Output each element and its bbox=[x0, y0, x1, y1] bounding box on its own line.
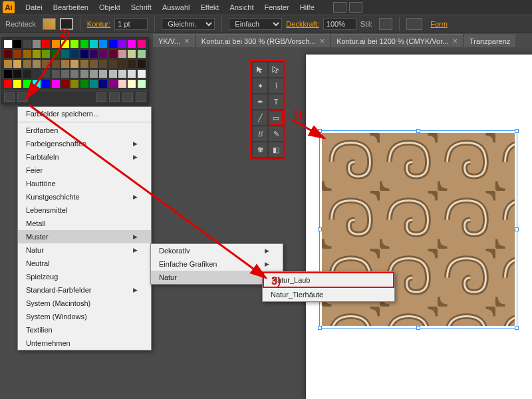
swatch-cell[interactable] bbox=[138, 40, 146, 48]
layout-icon-1[interactable] bbox=[333, 2, 346, 13]
swatch-cell[interactable] bbox=[23, 80, 31, 88]
menu-item[interactable]: System (Windows) bbox=[18, 310, 151, 323]
swatch-cell[interactable] bbox=[42, 50, 50, 58]
swatch-cell[interactable] bbox=[70, 70, 78, 78]
swatch-cell[interactable] bbox=[33, 80, 41, 88]
pencil-tool-icon[interactable]: ✎ bbox=[269, 126, 283, 141]
blob-tool-icon[interactable]: ✾ bbox=[253, 142, 267, 157]
menu-hilfe[interactable]: Hilfe bbox=[295, 1, 320, 13]
swatch-cell[interactable] bbox=[13, 40, 21, 48]
menu-item[interactable]: Lebensmittel bbox=[18, 203, 151, 217]
menu-item[interactable]: Hauttöne bbox=[18, 177, 151, 190]
swatch-cell[interactable] bbox=[90, 40, 98, 48]
menu-datei[interactable]: Datei bbox=[20, 1, 48, 13]
line-tool-icon[interactable]: ╱ bbox=[253, 110, 267, 125]
swatch-cell[interactable] bbox=[13, 70, 21, 78]
menu-item[interactable]: Standard-Farbfelder▶ bbox=[18, 283, 151, 297]
swatch-cell[interactable] bbox=[52, 80, 60, 88]
swatch-cell[interactable] bbox=[99, 60, 107, 68]
stroke-swatch[interactable] bbox=[60, 18, 73, 30]
swatch-cell[interactable] bbox=[4, 80, 12, 88]
swatch-cell[interactable] bbox=[52, 50, 60, 58]
swatch-cell[interactable] bbox=[128, 60, 136, 68]
swatch-cell[interactable] bbox=[109, 40, 117, 48]
pen-tool-icon[interactable]: ✒ bbox=[253, 94, 267, 109]
swatch-kind-icon[interactable] bbox=[17, 92, 28, 102]
swatch-cell[interactable] bbox=[128, 50, 136, 58]
menu-effekt[interactable]: Effekt bbox=[195, 1, 224, 13]
delete-swatch-icon[interactable] bbox=[136, 92, 146, 102]
menu-item[interactable]: Kunstgeschichte▶ bbox=[18, 190, 151, 203]
swatch-cell[interactable] bbox=[80, 80, 88, 88]
dash-select[interactable]: Gleichm. bbox=[162, 18, 215, 30]
type-tool-icon[interactable]: T bbox=[269, 94, 283, 109]
swatch-cell[interactable] bbox=[138, 70, 146, 78]
swatch-cell[interactable] bbox=[80, 40, 88, 48]
swatch-cell[interactable] bbox=[80, 50, 88, 58]
swatch-cell[interactable] bbox=[61, 70, 69, 78]
stroke-weight-input[interactable] bbox=[114, 18, 148, 30]
swatch-cell[interactable] bbox=[61, 50, 69, 58]
menu-item[interactable]: System (Macintosh) bbox=[18, 297, 151, 310]
tab-2[interactable]: Kontur.ai bei 1200 % (CMYK/Vor...× bbox=[331, 34, 463, 47]
menu-item[interactable]: Farbtafeln▶ bbox=[18, 150, 151, 164]
opacity-link[interactable]: Deckkraft: bbox=[286, 20, 319, 28]
tab-0[interactable]: YK/V...× bbox=[153, 34, 195, 47]
menu-item[interactable]: Natur▶ bbox=[18, 243, 151, 257]
menu-item[interactable]: Feier bbox=[18, 164, 151, 177]
menu-objekt[interactable]: Objekt bbox=[94, 1, 126, 13]
swatch-cell[interactable] bbox=[33, 60, 41, 68]
swatch-cell[interactable] bbox=[90, 80, 98, 88]
menu-item[interactable]: Metall bbox=[18, 217, 151, 230]
swatch-cell[interactable] bbox=[70, 80, 78, 88]
swatch-cell[interactable] bbox=[61, 40, 69, 48]
swatch-cell[interactable] bbox=[118, 40, 126, 48]
swatch-cell[interactable] bbox=[99, 80, 107, 88]
stroke-link[interactable]: Kontur: bbox=[87, 20, 110, 28]
swatch-cell[interactable] bbox=[4, 70, 12, 78]
selection-tool-icon[interactable] bbox=[253, 63, 267, 77]
swatch-cell[interactable] bbox=[109, 50, 117, 58]
swatch-cell[interactable] bbox=[109, 80, 117, 88]
swatch-cell[interactable] bbox=[42, 80, 50, 88]
swatch-cell[interactable] bbox=[90, 70, 98, 78]
close-icon[interactable]: × bbox=[184, 37, 190, 45]
swatch-cell[interactable] bbox=[4, 40, 12, 48]
swatch-cell[interactable] bbox=[23, 50, 31, 58]
menu-auswahl[interactable]: Auswahl bbox=[157, 1, 196, 13]
swatch-cell[interactable] bbox=[52, 60, 60, 68]
fill-swatch[interactable] bbox=[43, 18, 56, 30]
swatch-options-icon[interactable] bbox=[96, 92, 106, 102]
swatch-cell[interactable] bbox=[13, 80, 21, 88]
swatch-cell[interactable] bbox=[23, 40, 31, 48]
direct-selection-tool-icon[interactable] bbox=[269, 63, 283, 77]
menu-schrift[interactable]: Schrift bbox=[126, 1, 157, 13]
style-swatch[interactable] bbox=[379, 18, 392, 30]
swatch-cell[interactable] bbox=[118, 70, 126, 78]
swatch-cell[interactable] bbox=[4, 60, 12, 68]
swatch-cell[interactable] bbox=[99, 50, 107, 58]
swatch-cell[interactable] bbox=[118, 60, 126, 68]
swatch-cell[interactable] bbox=[128, 40, 136, 48]
swatch-cell[interactable] bbox=[118, 80, 126, 88]
swatch-cell[interactable] bbox=[99, 40, 107, 48]
eraser-tool-icon[interactable]: ◧ bbox=[269, 142, 283, 157]
swatch-cell[interactable] bbox=[138, 60, 146, 68]
magic-wand-tool-icon[interactable]: ✦ bbox=[253, 78, 267, 93]
swatch-cell[interactable] bbox=[80, 70, 88, 78]
swatch-cell[interactable] bbox=[80, 60, 88, 68]
menu-item[interactable]: Einfache Grafiken▶ bbox=[151, 257, 283, 271]
swatch-cell[interactable] bbox=[128, 70, 136, 78]
layout-icon-2[interactable] bbox=[349, 2, 362, 13]
swatch-cell[interactable] bbox=[138, 50, 146, 58]
menu-item[interactable]: Spielzeug bbox=[18, 270, 151, 283]
swatch-cell[interactable] bbox=[4, 50, 12, 58]
swatch-cell[interactable] bbox=[13, 50, 21, 58]
swatch-cell[interactable] bbox=[109, 70, 117, 78]
menu-item[interactable]: Unternehmen bbox=[18, 336, 151, 350]
swatch-cell[interactable] bbox=[99, 70, 107, 78]
swatch-cell[interactable] bbox=[42, 70, 50, 78]
swatch-cell[interactable] bbox=[23, 70, 31, 78]
swatch-cell[interactable] bbox=[70, 50, 78, 58]
swatch-cell[interactable] bbox=[90, 60, 98, 68]
